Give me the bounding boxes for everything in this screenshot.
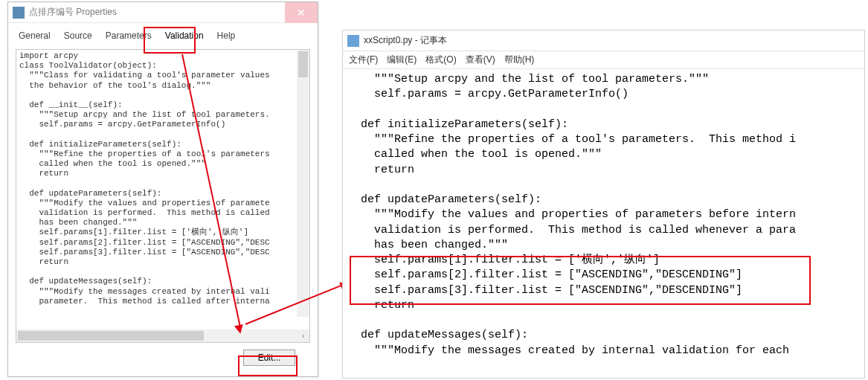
- tab-help[interactable]: Help: [214, 29, 239, 42]
- validation-code-textarea[interactable]: import arcpy class ToolValidator(object)…: [16, 50, 309, 329]
- notepad-window: xxScript0.py - 记事本 文件(F) 编辑(E) 格式(O) 查看(…: [342, 30, 865, 379]
- titlebar: xxScript0.py - 记事本: [343, 30, 864, 51]
- code-container: import arcpy class ToolValidator(object)…: [16, 49, 310, 343]
- window-title: xxScript0.py - 记事本: [364, 34, 864, 47]
- menu-view[interactable]: 查看(V): [466, 54, 495, 66]
- menu-file[interactable]: 文件(F): [349, 54, 378, 66]
- tab-parameters[interactable]: Parameters: [103, 29, 155, 42]
- scroll-right-icon[interactable]: ›: [297, 329, 309, 342]
- menubar: 文件(F) 编辑(E) 格式(O) 查看(V) 帮助(H): [343, 51, 864, 69]
- tabs: General Source Parameters Validation Hel…: [8, 23, 318, 47]
- scrollbar-thumb[interactable]: [18, 331, 204, 341]
- horizontal-scrollbar[interactable]: ‹ ›: [16, 329, 309, 342]
- notepad-icon: [347, 35, 359, 47]
- scrollbar-thumb[interactable]: [298, 51, 308, 77]
- close-icon: ✕: [297, 7, 306, 19]
- app-icon: [13, 7, 25, 19]
- edit-button[interactable]: Edit...: [243, 350, 295, 366]
- window-title: 点排序编号 Properties: [29, 6, 285, 19]
- tab-validation[interactable]: Validation: [162, 29, 207, 42]
- menu-help[interactable]: 帮助(H): [504, 54, 535, 66]
- notepad-editor[interactable]: """Setup arcpy and the list of tool para…: [343, 69, 864, 379]
- tab-general[interactable]: General: [16, 29, 54, 42]
- close-button[interactable]: ✕: [285, 2, 318, 23]
- menu-format[interactable]: 格式(O): [425, 54, 456, 66]
- titlebar: 点排序编号 Properties ✕: [8, 2, 318, 23]
- menu-edit[interactable]: 编辑(E): [387, 54, 417, 66]
- tool-properties-dialog: 点排序编号 Properties ✕ General Source Parame…: [7, 1, 318, 377]
- tab-source[interactable]: Source: [61, 29, 95, 42]
- vertical-scrollbar[interactable]: [297, 50, 309, 317]
